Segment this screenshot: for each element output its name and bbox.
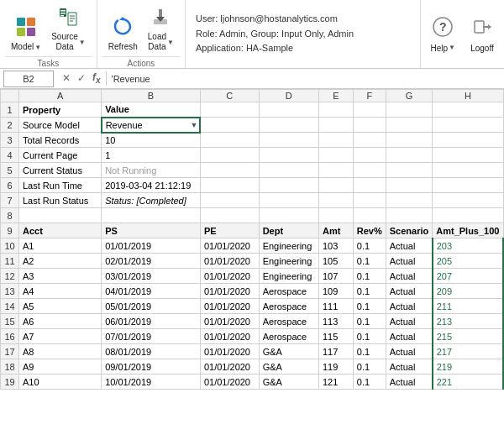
cell[interactable]: Acct bbox=[19, 223, 102, 238]
cell[interactable]: 0.1 bbox=[353, 254, 386, 269]
cell[interactable]: 217 bbox=[433, 344, 503, 359]
cell[interactable]: 0.1 bbox=[353, 359, 386, 375]
cell[interactable] bbox=[386, 193, 432, 208]
cell[interactable]: Property bbox=[19, 102, 102, 118]
cell[interactable]: Actual bbox=[386, 254, 432, 269]
cell[interactable] bbox=[318, 193, 353, 208]
cell[interactable]: Status: [Completed] bbox=[102, 193, 201, 208]
col-header-g[interactable]: G bbox=[386, 90, 432, 102]
cell[interactable]: A6 bbox=[19, 314, 102, 329]
cell[interactable] bbox=[200, 178, 259, 193]
cell[interactable]: Actual bbox=[386, 314, 432, 329]
cell[interactable] bbox=[386, 178, 432, 193]
cell[interactable] bbox=[318, 208, 353, 223]
cell[interactable] bbox=[353, 148, 386, 163]
cell[interactable]: Actual bbox=[386, 329, 432, 344]
function-icon[interactable]: fx bbox=[91, 71, 102, 85]
cell[interactable]: Engineering bbox=[259, 238, 318, 254]
cancel-icon[interactable]: ✕ bbox=[60, 72, 72, 84]
col-header-h[interactable]: H bbox=[433, 90, 503, 102]
cell[interactable]: 0.1 bbox=[353, 284, 386, 299]
cell[interactable] bbox=[19, 208, 102, 223]
cell[interactable] bbox=[318, 148, 353, 163]
confirm-icon[interactable]: ✓ bbox=[76, 72, 87, 84]
cell[interactable]: Amt bbox=[318, 223, 353, 238]
cell[interactable]: Aerospace bbox=[259, 314, 318, 329]
cell[interactable]: Current Page bbox=[19, 148, 102, 163]
cell[interactable]: 219 bbox=[433, 359, 503, 375]
cell[interactable]: Aerospace bbox=[259, 329, 318, 344]
cell[interactable]: Not Running bbox=[102, 163, 201, 178]
cell[interactable]: Aerospace bbox=[259, 284, 318, 299]
cell[interactable]: 01/01/2020 bbox=[200, 254, 259, 269]
cell[interactable]: 0.1 bbox=[353, 269, 386, 284]
cell[interactable]: Engineering bbox=[259, 269, 318, 284]
cell[interactable]: 2019-03-04 21:12:19 bbox=[102, 178, 201, 193]
cell[interactable]: A10 bbox=[19, 375, 102, 390]
cell[interactable] bbox=[200, 163, 259, 178]
cell[interactable]: Aerospace bbox=[259, 299, 318, 314]
cell[interactable] bbox=[433, 193, 503, 208]
col-header-e[interactable]: E bbox=[318, 90, 353, 102]
cell[interactable] bbox=[259, 102, 318, 118]
col-header-c[interactable]: C bbox=[200, 90, 259, 102]
cell[interactable] bbox=[386, 133, 432, 148]
cell[interactable] bbox=[433, 208, 503, 223]
cell[interactable]: A9 bbox=[19, 359, 102, 375]
cell[interactable] bbox=[433, 118, 503, 133]
cell[interactable]: Actual bbox=[386, 344, 432, 359]
refresh-button[interactable]: Refresh bbox=[104, 13, 142, 55]
cell[interactable] bbox=[200, 148, 259, 163]
cell[interactable]: 205 bbox=[433, 254, 503, 269]
cell[interactable]: Last Run Time bbox=[19, 178, 102, 193]
cell[interactable]: 04/01/2019 bbox=[102, 284, 201, 299]
cell[interactable]: 02/01/2019 bbox=[102, 254, 201, 269]
cell[interactable]: 103 bbox=[318, 238, 353, 254]
cell[interactable] bbox=[200, 118, 259, 133]
logoff-button[interactable]: Logoff bbox=[464, 11, 501, 58]
cell[interactable] bbox=[433, 102, 503, 118]
cell[interactable] bbox=[353, 208, 386, 223]
col-header-f[interactable]: F bbox=[353, 90, 386, 102]
dropdown-arrow-icon[interactable]: ▼ bbox=[191, 121, 198, 129]
help-button[interactable]: ? Help ▼ bbox=[424, 11, 463, 58]
cell[interactable] bbox=[433, 163, 503, 178]
cell[interactable]: 221 bbox=[433, 375, 503, 390]
cell[interactable] bbox=[318, 133, 353, 148]
cell[interactable]: 0.1 bbox=[353, 375, 386, 390]
cell[interactable]: 01/01/2020 bbox=[200, 269, 259, 284]
cell[interactable] bbox=[200, 208, 259, 223]
cell[interactable]: 01/01/2020 bbox=[200, 299, 259, 314]
cell[interactable]: G&A bbox=[259, 359, 318, 375]
cell[interactable]: 105 bbox=[318, 254, 353, 269]
cell[interactable]: 207 bbox=[433, 269, 503, 284]
cell[interactable] bbox=[353, 118, 386, 133]
cell[interactable]: Actual bbox=[386, 284, 432, 299]
cell[interactable] bbox=[259, 193, 318, 208]
cell[interactable]: 09/01/2019 bbox=[102, 359, 201, 375]
cell[interactable]: 203 bbox=[433, 238, 503, 254]
cell[interactable]: A5 bbox=[19, 299, 102, 314]
cell[interactable]: Source Model bbox=[19, 118, 102, 133]
cell[interactable]: 111 bbox=[318, 299, 353, 314]
cell[interactable] bbox=[259, 208, 318, 223]
cell[interactable] bbox=[259, 148, 318, 163]
cell[interactable] bbox=[200, 102, 259, 118]
cell[interactable]: 0.1 bbox=[353, 238, 386, 254]
cell[interactable] bbox=[386, 102, 432, 118]
cell[interactable] bbox=[259, 118, 318, 133]
cell[interactable] bbox=[259, 178, 318, 193]
cell[interactable]: 0.1 bbox=[353, 344, 386, 359]
cell[interactable] bbox=[353, 163, 386, 178]
cell[interactable]: Last Run Status bbox=[19, 193, 102, 208]
cell[interactable]: Engineering bbox=[259, 254, 318, 269]
cell[interactable] bbox=[386, 208, 432, 223]
cell[interactable]: 113 bbox=[318, 314, 353, 329]
cell[interactable]: 01/01/2020 bbox=[200, 344, 259, 359]
cell[interactable] bbox=[353, 102, 386, 118]
cell[interactable]: 213 bbox=[433, 314, 503, 329]
cell[interactable]: 01/01/2020 bbox=[200, 314, 259, 329]
cell[interactable]: 209 bbox=[433, 284, 503, 299]
cell[interactable]: Scenario bbox=[386, 223, 432, 238]
cell[interactable]: Amt_Plus_100 bbox=[433, 223, 503, 238]
